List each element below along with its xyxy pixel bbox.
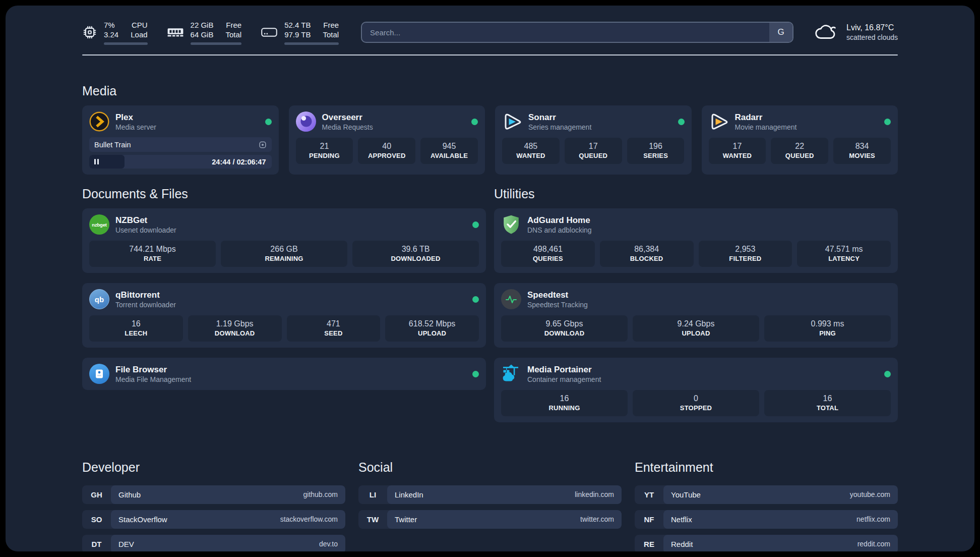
memory-stat: 22 GiB Free 64 GiB Total bbox=[167, 20, 242, 45]
cpu-progress-bar bbox=[104, 42, 148, 45]
stat-label: FILTERED bbox=[701, 255, 790, 262]
app-title: Overseerr bbox=[322, 112, 373, 123]
stat-label: AVAILABLE bbox=[422, 152, 476, 159]
app-title: AdGuard Home bbox=[527, 215, 592, 226]
stat-tile: 471 SEED bbox=[287, 315, 381, 342]
stat-value: 196 bbox=[629, 141, 683, 151]
stat-value: 9.65 Gbps bbox=[503, 319, 626, 329]
weather-location: Lviv, 16.87°C bbox=[846, 23, 898, 32]
app-subtitle: Torrent downloader bbox=[115, 300, 176, 309]
stat-label: LATENCY bbox=[799, 255, 889, 262]
storage-stat: 52.4 TB Free 97.9 TB Total bbox=[261, 20, 339, 45]
stat-tile: 744.21 Mbps RATE bbox=[89, 241, 216, 267]
overseerr-card[interactable]: Overseerr Media Requests 21 PENDING 40 A… bbox=[289, 105, 485, 175]
portainer-card[interactable]: Media Portainer Container management 16 … bbox=[494, 358, 898, 422]
stat-value: 9.24 Gbps bbox=[635, 319, 757, 329]
app-title: Plex bbox=[115, 112, 156, 123]
session-icon bbox=[259, 141, 267, 149]
search-input[interactable] bbox=[362, 23, 769, 42]
link-tag: SO bbox=[82, 510, 111, 529]
stat-value: 21 bbox=[298, 141, 351, 151]
app-subtitle: DNS and adblocking bbox=[527, 226, 592, 235]
stat-tile: 9.24 Gbps UPLOAD bbox=[633, 315, 759, 342]
stat-label: UPLOAD bbox=[635, 329, 757, 337]
documents-heading: Documents & Files bbox=[82, 187, 486, 201]
status-dot bbox=[884, 119, 891, 125]
stat-tile: 618.52 Mbps UPLOAD bbox=[385, 315, 479, 342]
stat-tile: 16 TOTAL bbox=[764, 390, 891, 416]
app-subtitle: Movie management bbox=[735, 123, 797, 132]
system-stats: 7% CPU 3.24 Load bbox=[82, 20, 339, 45]
stat-value: 17 bbox=[567, 141, 620, 151]
link-twitter[interactable]: TW Twitter twitter.com bbox=[358, 510, 622, 529]
speedtest-icon bbox=[501, 289, 521, 309]
stat-value: 1.19 Gbps bbox=[190, 319, 280, 329]
link-url: dev.to bbox=[319, 540, 338, 548]
app-subtitle: Speedtest Tracking bbox=[527, 300, 588, 309]
stat-tile: 0.993 ms PING bbox=[764, 315, 891, 342]
stat-value: 40 bbox=[360, 141, 413, 151]
sonarr-card[interactable]: Sonarr Series management 485 WANTED 17 Q… bbox=[495, 105, 692, 175]
link-reddit[interactable]: RE Reddit reddit.com bbox=[635, 535, 898, 552]
link-linkedin[interactable]: LI LinkedIn linkedin.com bbox=[358, 485, 622, 504]
nzbget-card[interactable]: nzbget NZBGet Usenet downloader 744.21 M… bbox=[82, 208, 486, 273]
app-subtitle: Series management bbox=[528, 123, 591, 132]
link-url: reddit.com bbox=[858, 540, 890, 548]
filebrowser-card[interactable]: File Browser Media File Management bbox=[82, 358, 486, 390]
app-title: qBittorrent bbox=[115, 290, 176, 300]
status-dot bbox=[472, 221, 479, 228]
stat-tile: 21 PENDING bbox=[296, 138, 353, 164]
search-engine-button[interactable]: G bbox=[769, 23, 792, 42]
overseerr-icon bbox=[296, 112, 316, 132]
link-netflix[interactable]: NF Netflix netflix.com bbox=[635, 510, 898, 529]
stat-value: 22 bbox=[773, 141, 826, 151]
weather-condition: scattered clouds bbox=[846, 33, 898, 41]
stat-tile: 22 QUEUED bbox=[771, 138, 828, 164]
stat-label: TOTAL bbox=[766, 404, 889, 412]
cloud-icon bbox=[814, 23, 839, 41]
media-grid: Plex Media server Bullet Train bbox=[82, 105, 898, 175]
cpu-usage-value: 7% bbox=[104, 20, 118, 30]
memory-total-value: 64 GiB bbox=[191, 30, 214, 39]
link-github[interactable]: GH Github github.com bbox=[82, 485, 345, 504]
stat-tile: 834 MOVIES bbox=[833, 138, 891, 164]
stat-tile: 1.19 Gbps DOWNLOAD bbox=[188, 315, 282, 342]
qbittorrent-icon: qb bbox=[89, 289, 109, 309]
app-title: File Browser bbox=[115, 364, 191, 375]
social-column: Social LI LinkedIn linkedin.com TW Twitt… bbox=[358, 450, 622, 551]
now-playing-row: Bullet Train bbox=[89, 137, 272, 152]
adguard-card[interactable]: AdGuard Home DNS and adblocking 498,461 … bbox=[494, 208, 898, 273]
status-dot bbox=[678, 119, 685, 125]
link-name: Reddit bbox=[671, 540, 693, 548]
stat-value: 39.6 TB bbox=[354, 244, 477, 254]
link-name: StackOverflow bbox=[118, 515, 167, 524]
link-youtube[interactable]: YT YouTube youtube.com bbox=[635, 485, 898, 504]
link-name: Netflix bbox=[671, 515, 692, 524]
stat-label: PING bbox=[766, 329, 889, 337]
stat-value: 16 bbox=[91, 319, 181, 329]
stat-value: 16 bbox=[766, 394, 889, 404]
link-dev[interactable]: DT DEV dev.to bbox=[82, 535, 345, 552]
stat-tile: 40 APPROVED bbox=[358, 138, 415, 164]
stat-label: UPLOAD bbox=[387, 329, 477, 337]
playback-progress-fill bbox=[89, 155, 125, 169]
stat-tile: 485 WANTED bbox=[502, 138, 560, 164]
qbittorrent-card[interactable]: qb qBittorrent Torrent downloader 16 bbox=[82, 283, 486, 348]
speedtest-card[interactable]: Speedtest Speedtest Tracking 9.65 Gbps D… bbox=[494, 283, 898, 348]
plex-card[interactable]: Plex Media server Bullet Train bbox=[82, 105, 279, 175]
cpu-usage-label: CPU bbox=[131, 20, 147, 30]
storage-icon bbox=[261, 26, 278, 39]
stat-label: SEED bbox=[289, 329, 379, 337]
top-bar: 7% CPU 3.24 Load bbox=[82, 19, 898, 46]
storage-total-value: 97.9 TB bbox=[284, 30, 311, 39]
cpu-load-value: 3.24 bbox=[104, 30, 118, 39]
stat-value: 2,953 bbox=[701, 244, 790, 254]
storage-progress-bar bbox=[284, 42, 339, 45]
radarr-card[interactable]: Radarr Movie management 17 WANTED 22 QUE… bbox=[702, 105, 898, 175]
stat-tile: 16 RUNNING bbox=[501, 390, 628, 416]
link-stackoverflow[interactable]: SO StackOverflow stackoverflow.com bbox=[82, 510, 345, 529]
stat-value: 0 bbox=[635, 394, 757, 404]
stat-label: PENDING bbox=[298, 152, 351, 159]
link-url: twitter.com bbox=[580, 515, 614, 523]
documents-column: Documents & Files nzbget NZBGet Usenet d… bbox=[82, 187, 486, 422]
